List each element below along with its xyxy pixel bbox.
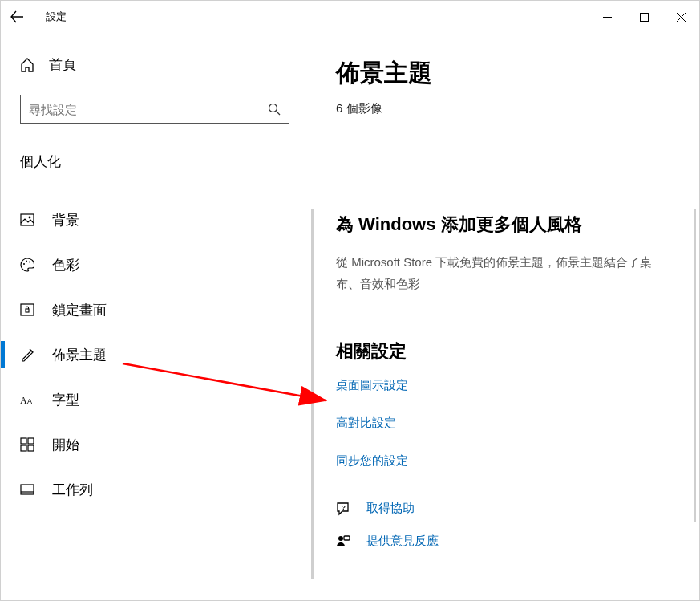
link-sync-settings[interactable]: 同步您的設定: [336, 453, 667, 469]
sidebar-item-taskbar[interactable]: 工作列: [1, 471, 294, 508]
main-scrollbar[interactable]: [694, 209, 696, 522]
picture-icon: [20, 213, 34, 227]
svg-rect-13: [21, 438, 26, 444]
sidebar-item-colors[interactable]: 色彩: [1, 246, 294, 283]
theme-icon: [20, 347, 34, 362]
svg-text:A: A: [27, 397, 32, 405]
feedback-icon: [336, 534, 350, 549]
lockscreen-icon: [20, 303, 34, 317]
sidebar-item-label: 開始: [52, 436, 79, 454]
content: 首頁 個人化 背景 色彩 鎖定畫面 佈景主題 AA 字型: [1, 33, 699, 600]
sidebar-item-label: 色彩: [52, 256, 79, 274]
feedback-link[interactable]: 提供意見反應: [336, 534, 667, 549]
sidebar-item-label: 工作列: [52, 481, 93, 499]
sidebar-item-label: 字型: [52, 391, 79, 409]
sidebar-item-background[interactable]: 背景: [1, 201, 294, 238]
close-icon: [677, 13, 686, 22]
svg-rect-14: [28, 438, 34, 444]
palette-icon: [20, 258, 34, 272]
related-heading: 相關設定: [336, 339, 667, 363]
svg-line-3: [277, 112, 281, 116]
svg-point-2: [269, 104, 277, 112]
minimize-button[interactable]: [589, 4, 625, 30]
sidebar-item-themes[interactable]: 佈景主題: [1, 336, 294, 373]
svg-rect-10: [26, 309, 29, 312]
page-title: 佈景主題: [336, 57, 667, 90]
sidebar-item-start[interactable]: 開始: [1, 426, 294, 463]
help-icon: ?: [336, 502, 350, 516]
svg-point-7: [26, 261, 27, 262]
sidebar-item-fonts[interactable]: AA 字型: [1, 381, 294, 418]
get-help-link[interactable]: ? 取得協助: [336, 501, 667, 516]
svg-rect-9: [21, 304, 34, 315]
svg-text:A: A: [20, 395, 27, 406]
image-count: 6 個影像: [336, 101, 667, 116]
font-icon: AA: [20, 392, 34, 407]
main: 佈景主題 6 個影像 為 Windows 添加更多個人風格 從 Microsof…: [314, 33, 699, 600]
maximize-button[interactable]: [625, 4, 662, 30]
svg-rect-15: [21, 445, 26, 451]
sidebar-item-label: 佈景主題: [52, 346, 107, 364]
svg-text:?: ?: [342, 504, 346, 511]
window-title: 設定: [46, 10, 67, 24]
feedback-label: 提供意見反應: [366, 534, 439, 549]
svg-rect-21: [344, 536, 350, 540]
search-icon: [268, 103, 281, 116]
titlebar: 設定: [1, 1, 699, 33]
home-link[interactable]: 首頁: [20, 55, 294, 74]
svg-point-8: [29, 262, 30, 263]
search-input[interactable]: [29, 103, 268, 116]
link-desktop-icon-settings[interactable]: 桌面圖示設定: [336, 378, 667, 393]
sidebar-item-label: 鎖定畫面: [52, 301, 107, 319]
taskbar-icon: [20, 482, 34, 497]
search-box[interactable]: [20, 95, 289, 124]
start-icon: [20, 437, 34, 452]
svg-point-6: [23, 263, 25, 265]
svg-rect-4: [21, 214, 34, 225]
sidebar: 首頁 個人化 背景 色彩 鎖定畫面 佈景主題 AA 字型: [1, 33, 314, 600]
home-label: 首頁: [49, 55, 76, 74]
sidebar-item-label: 背景: [52, 211, 79, 229]
home-icon: [20, 58, 34, 72]
svg-point-5: [29, 217, 31, 219]
window-controls: [589, 4, 699, 30]
get-help-label: 取得協助: [366, 501, 415, 516]
sidebar-item-lockscreen[interactable]: 鎖定畫面: [1, 291, 294, 328]
svg-rect-16: [28, 445, 34, 451]
back-button[interactable]: [1, 1, 33, 33]
svg-rect-1: [640, 13, 648, 21]
more-styles-heading: 為 Windows 添加更多個人風格: [336, 213, 667, 237]
svg-point-20: [338, 536, 343, 541]
maximize-icon: [640, 13, 649, 22]
svg-rect-17: [21, 485, 34, 494]
close-button[interactable]: [662, 4, 699, 30]
arrow-left-icon: [10, 10, 23, 23]
link-high-contrast[interactable]: 高對比設定: [336, 416, 667, 431]
category-heading: 個人化: [20, 152, 294, 171]
more-styles-body: 從 Microsoft Store 下載免費的佈景主題，佈景主題結合了桌布、音效…: [336, 251, 657, 294]
minimize-icon: [603, 13, 612, 22]
